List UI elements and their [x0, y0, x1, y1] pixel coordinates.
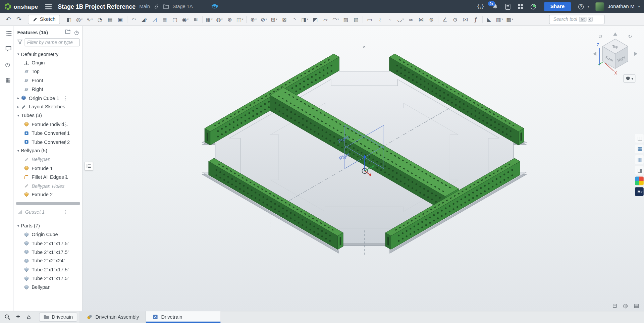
version-link-icon[interactable]: [154, 4, 159, 9]
panels-icon[interactable]: ▦: [3, 75, 11, 84]
tool-caret-icon[interactable]: ▾: [221, 18, 223, 21]
tree-group-row[interactable]: ▾Tubes (3): [14, 111, 82, 120]
tool-enclose-icon[interactable]: ▣: [115, 14, 125, 24]
featurescript-notices-icon[interactable]: {;}: [477, 4, 484, 9]
tool-caret-icon[interactable]: ▾: [242, 18, 243, 21]
tool-rib-icon[interactable]: ≣: [160, 14, 170, 24]
tab-drivetrain-assembly[interactable]: Drivetrain Assembly: [80, 311, 146, 323]
tool-loft-icon[interactable]: ◔: [95, 14, 105, 24]
tool-linear-pattern-icon[interactable]: ▦▾: [204, 14, 214, 24]
chevron-down-icon[interactable]: ▾: [16, 52, 21, 56]
tool-caret-icon[interactable]: ▾: [81, 18, 83, 21]
tree-item-row[interactable]: Origin Cube: [14, 230, 82, 239]
tool-caret-icon[interactable]: ▾: [266, 18, 267, 21]
tool-helix-icon[interactable]: ≀: [375, 14, 385, 24]
tree-item-row[interactable]: Tube Converter 1⋮: [14, 129, 82, 138]
tool-boolean-icon[interactable]: ⊕▾: [249, 14, 258, 24]
user-menu-caret-icon[interactable]: ▾: [638, 5, 640, 8]
tool-variable-icon[interactable]: (x): [461, 14, 470, 24]
tool-curve-icon[interactable]: ◡▾: [395, 14, 405, 24]
tree-item-row[interactable]: Fillet All Edges 1⋮: [14, 173, 82, 181]
tool-caret-icon[interactable]: ▾: [501, 18, 503, 21]
tool-plane-icon[interactable]: ▭: [365, 14, 375, 24]
search-tabs-icon[interactable]: [2, 311, 13, 323]
help-icon[interactable]: ?: [578, 3, 584, 9]
tool-fillet-icon[interactable]: ◜▾: [129, 14, 139, 24]
tree-item-row[interactable]: Gusset 1⋮: [14, 208, 82, 216]
home-tab-icon[interactable]: ⌂: [23, 311, 34, 323]
tool-projected-curve-icon[interactable]: ⊚: [426, 14, 436, 24]
tool-caret-icon[interactable]: ▾: [512, 18, 513, 21]
view-mode-button[interactable]: ▾: [624, 74, 636, 83]
tool-thicken-icon[interactable]: ▤: [105, 14, 115, 24]
tool-frames-icon[interactable]: ▥▾: [495, 14, 504, 24]
tool-revolve-icon[interactable]: ◎▾: [74, 14, 84, 24]
tree-item-row[interactable]: Bellypan Holes: [14, 181, 82, 190]
tool-split-icon[interactable]: ⊘▾: [259, 14, 269, 24]
tool-circular-pattern-icon[interactable]: ◍▾: [214, 14, 224, 24]
tree-item-row[interactable]: Origin: [14, 58, 82, 67]
tool-caret-icon[interactable]: ▾: [276, 18, 277, 21]
tree-item-row[interactable]: Extrude 2: [14, 190, 82, 199]
tree-item-row[interactable]: Top: [14, 67, 82, 76]
tool-composite-curve-icon[interactable]: ≃: [406, 14, 416, 24]
section-view-icon[interactable]: ▤: [634, 302, 639, 309]
tool-caret-icon[interactable]: ▾: [135, 18, 136, 21]
new-folder-icon[interactable]: [65, 29, 71, 35]
tree-item-row[interactable]: Tube 2"x1"x17.5": [14, 248, 82, 257]
tool-caret-icon[interactable]: ▾: [402, 18, 404, 21]
tree-item-row[interactable]: Tube Converter 2⋮: [14, 138, 82, 146]
tool-mass-properties-icon[interactable]: ⊙: [450, 14, 460, 24]
tool-measure-icon[interactable]: ∠: [440, 14, 450, 24]
tab-folder-drivetrain[interactable]: Drivetrain: [39, 313, 77, 322]
tool-curve-pattern-icon[interactable]: ⊛: [225, 14, 234, 24]
tree-item-row[interactable]: Tube 2"x1"x17.5": [14, 265, 82, 274]
tool-caret-icon[interactable]: ▾: [255, 18, 257, 21]
display-panel-icon[interactable]: ◫: [635, 134, 644, 143]
notifications-icon[interactable]: 9+: [492, 3, 498, 9]
onshape-logo[interactable]: onshape: [4, 3, 38, 10]
tool-intersection-curve-icon[interactable]: ⋈: [416, 14, 426, 24]
feature-filter-input[interactable]: [24, 38, 79, 46]
tool-caret-icon[interactable]: ▾: [307, 18, 308, 21]
tool-transform-icon[interactable]: ⊞▾: [269, 14, 279, 24]
chevron-right-icon[interactable]: ▸: [16, 105, 21, 109]
tool-caret-icon[interactable]: ▾: [146, 18, 147, 21]
avatar[interactable]: [595, 2, 604, 11]
feature-menu-icon[interactable]: ⋮: [63, 95, 68, 101]
tool-replace-face-icon[interactable]: ◩: [310, 14, 320, 24]
tool-sheet-metal-icon[interactable]: ◣: [484, 14, 494, 24]
mkcad-app-icon[interactable]: Mk: [635, 187, 644, 196]
tree-item-row[interactable]: Bellypan: [14, 283, 82, 291]
tree-item-row[interactable]: Extrude Individ...⋮: [14, 120, 82, 129]
feature-list-flyout-button[interactable]: [85, 162, 93, 170]
undo-button[interactable]: ↶: [3, 14, 13, 24]
parent-folder-link[interactable]: Stage 1A: [172, 4, 193, 9]
tool-chamfer-icon[interactable]: ◢▾: [139, 14, 149, 24]
tool-caret-icon[interactable]: ▾: [211, 18, 213, 21]
tool-offset-surface-icon[interactable]: ▱: [320, 14, 330, 24]
share-button[interactable]: Share: [544, 2, 571, 11]
screenshot-icon[interactable]: ⊟: [612, 302, 617, 309]
tool-boundary-surface-icon[interactable]: ◠▾: [331, 14, 340, 24]
feature-menu-icon[interactable]: ⋮: [63, 130, 68, 136]
tool-caret-icon[interactable]: ▾: [91, 18, 93, 21]
tree-item-row[interactable]: ▸Origin Cube 1⋮: [14, 94, 82, 102]
tool-sweep-icon[interactable]: ∿▾: [85, 14, 95, 24]
tool-mirror-icon[interactable]: ◫▾: [235, 14, 245, 24]
panel-toggle-icon[interactable]: ◨: [635, 166, 644, 175]
document-title[interactable]: Stage 1B Project Reference: [58, 3, 136, 10]
tool-draft-icon[interactable]: ◿: [150, 14, 159, 24]
tool-fill-icon[interactable]: ▨: [341, 14, 351, 24]
main-menu-icon[interactable]: [45, 4, 52, 9]
view-cube[interactable]: TopFrontRight↺↻ZX: [591, 28, 641, 81]
tree-item-row[interactable]: ▸Layout Sketches: [14, 102, 82, 111]
feature-menu-icon[interactable]: ⋮: [63, 209, 68, 215]
feature-list-toggle-icon[interactable]: [3, 30, 11, 38]
rollback-bar[interactable]: [16, 202, 80, 205]
tree-item-row[interactable]: Extrude 1: [14, 164, 82, 173]
tree-item-row[interactable]: Bellypan: [14, 155, 82, 164]
tool-variable-studio-icon[interactable]: ƒ: [471, 14, 481, 24]
chevron-down-icon[interactable]: ▾: [16, 224, 21, 228]
sketch-button[interactable]: Sketch: [28, 14, 60, 24]
